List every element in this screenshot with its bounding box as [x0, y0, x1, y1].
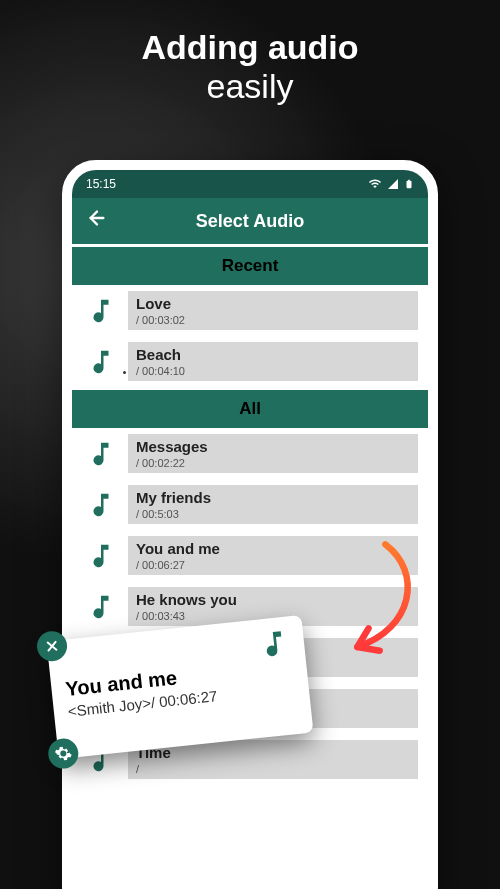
audio-row-text: Beach/ 00:04:10 [128, 342, 418, 381]
close-icon [43, 637, 61, 655]
audio-meta: / 00:5:03 [136, 508, 410, 520]
audio-title: You and me [136, 540, 410, 557]
promo-subtitle: easily [0, 67, 500, 106]
audio-row[interactable]: Love/ 00:03:02 [72, 285, 428, 336]
battery-icon [404, 177, 414, 191]
audio-row[interactable]: Messages/ 00:02:22 [72, 428, 428, 479]
phone-frame: 15:15 Select Audio Recent Love/ 00:03:02… [62, 160, 438, 889]
music-note-icon [86, 439, 116, 469]
app-bar: Select Audio [72, 198, 428, 244]
audio-title: He knows you [136, 591, 410, 608]
audio-title: Messages [136, 438, 410, 455]
wifi-icon [368, 178, 382, 190]
music-note-icon [86, 347, 116, 377]
music-note-icon [256, 626, 291, 661]
audio-title: My friends [136, 489, 410, 506]
promo-heading: Adding audio easily [0, 28, 500, 106]
audio-meta: / 00:06:27 [136, 559, 410, 571]
status-time: 15:15 [86, 177, 116, 191]
music-note-icon [86, 592, 116, 622]
audio-meta: / [136, 763, 410, 775]
music-note-icon [86, 296, 116, 326]
audio-row-text: You and me/ 00:06:27 [128, 536, 418, 575]
audio-row-text: Messages/ 00:02:22 [128, 434, 418, 473]
signal-icon [386, 178, 400, 190]
section-header-all: All [72, 387, 428, 428]
music-note-icon [86, 490, 116, 520]
back-button[interactable] [86, 207, 108, 235]
audio-row-text: Love/ 00:03:02 [128, 291, 418, 330]
status-bar: 15:15 [72, 170, 428, 198]
music-note-icon [86, 541, 116, 571]
audio-meta: / 00:04:10 [136, 365, 410, 377]
status-icons [368, 177, 414, 191]
appbar-title: Select Audio [72, 211, 428, 232]
audio-title: Love [136, 295, 410, 312]
arrow-left-icon [86, 207, 108, 229]
audio-meta: / 00:02:22 [136, 457, 410, 469]
audio-meta: / 00:03:02 [136, 314, 410, 326]
section-header-recent: Recent [72, 244, 428, 285]
audio-row[interactable]: You and me/ 00:06:27 [72, 530, 428, 581]
gear-icon [53, 744, 73, 764]
promo-title: Adding audio [0, 28, 500, 67]
audio-title: Beach [136, 346, 410, 363]
audio-row[interactable]: My friends/ 00:5:03 [72, 479, 428, 530]
audio-row[interactable]: Beach/ 00:04:10 [72, 336, 428, 387]
audio-row-text: My friends/ 00:5:03 [128, 485, 418, 524]
list-recent: Love/ 00:03:02Beach/ 00:04:10 [72, 285, 428, 387]
